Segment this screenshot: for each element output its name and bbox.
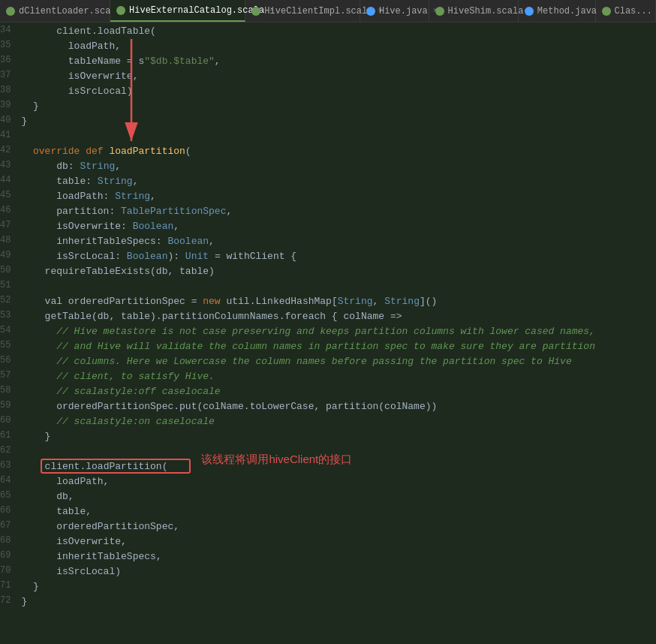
- tab-icon: [251, 7, 260, 16]
- token: .loadPartition(: [80, 459, 167, 474]
- token: // columns. Here we Lowercase the column…: [21, 354, 571, 369]
- tab-4[interactable]: HiveShim.scala×: [429, 0, 519, 22]
- line-number: 43: [0, 158, 15, 173]
- token: // client, to satisfy Hive.: [21, 369, 214, 384]
- code-line: partition: TablePartitionSpec,: [21, 204, 650, 219]
- token: inheritTableSpecs:: [21, 234, 167, 249]
- line-number: 34: [0, 23, 15, 38]
- line-number: 65: [0, 488, 15, 503]
- line-number: 36: [0, 53, 15, 68]
- token: Unit: [185, 249, 209, 264]
- token: String: [98, 174, 133, 189]
- code-line: // client, to satisfy Hive.: [21, 369, 650, 384]
- code-line: // Hive metastore is not case preserving…: [21, 324, 650, 339]
- token: inheritTableSpecs,: [21, 549, 161, 564]
- token: isSrcLocal): [21, 84, 132, 99]
- code-line: [21, 129, 650, 144]
- code-line: }: [21, 429, 650, 444]
- token: String: [338, 294, 373, 309]
- tab-3[interactable]: Hive.java×: [360, 0, 429, 22]
- code-line: isOverwrite,: [21, 69, 650, 84]
- code-line: isSrcLocal): [21, 564, 650, 579]
- token: = withClient {: [209, 249, 296, 264]
- token: isOverwrite:: [21, 219, 132, 234]
- line-number: 45: [0, 188, 15, 203]
- line-number: 59: [0, 398, 15, 413]
- code-line: orderedPartitionSpec,: [21, 519, 650, 534]
- code-line: db: String,: [21, 159, 650, 174]
- code-line: // scalastyle:off caselocale: [21, 384, 650, 399]
- token: }: [21, 579, 38, 594]
- line-number: 41: [0, 128, 15, 143]
- token: isOverwrite,: [21, 534, 126, 549]
- line-number: 51: [0, 278, 15, 293]
- tab-icon: [525, 7, 534, 16]
- code-line: }: [21, 594, 650, 609]
- code-line: loadPath: String,: [21, 189, 650, 204]
- line-number: 39: [0, 98, 15, 113]
- code-line: tableName = s"$db.$table",: [21, 54, 650, 69]
- code-line: isOverwrite,: [21, 534, 650, 549]
- line-number: 69: [0, 548, 15, 563]
- line-number: 48: [0, 233, 15, 248]
- line-number: 55: [0, 338, 15, 353]
- token: loadPartition: [109, 144, 185, 159]
- token: isSrcLocal): [21, 564, 121, 579]
- line-number: 47: [0, 218, 15, 233]
- token: ](): [420, 294, 437, 309]
- line-number: 61: [0, 428, 15, 443]
- tab-icon: [116, 6, 125, 15]
- token: client: [21, 24, 92, 39]
- line-number: 71: [0, 578, 15, 593]
- line-number: 44: [0, 173, 15, 188]
- tab-label: HiveExternalCatalog.scala: [129, 5, 264, 16]
- tab-0[interactable]: dClientLoader.scala×: [0, 0, 110, 22]
- token: tableName = s: [21, 54, 144, 69]
- line-numbers: 3435363738394041424344454647484950515253…: [0, 23, 15, 644]
- editor-area: 3435363738394041424344454647484950515253…: [0, 23, 656, 644]
- token: String: [80, 159, 115, 174]
- code-content[interactable]: client.loadTable( loadPath, tableName = …: [15, 23, 656, 644]
- token: ,: [150, 189, 156, 204]
- token: Boolean: [167, 234, 209, 249]
- token: val orderedPartitionSpec =: [21, 294, 203, 309]
- token: Boolean: [127, 249, 168, 264]
- line-number: 42: [0, 143, 15, 158]
- token: // and Hive will validate the column nam…: [21, 339, 595, 354]
- line-number: 62: [0, 443, 15, 458]
- tab-bar: dClientLoader.scala×HiveExternalCatalog.…: [0, 0, 656, 23]
- code-line: // and Hive will validate the column nam…: [21, 339, 650, 354]
- token: util.LinkedHashMap[: [226, 294, 337, 309]
- line-number: 67: [0, 518, 15, 533]
- tab-label: Hive.java: [379, 6, 428, 17]
- token: Boolean: [133, 219, 174, 234]
- line-number: 68: [0, 533, 15, 548]
- line-number: 35: [0, 38, 15, 53]
- token: new: [203, 294, 226, 309]
- token: requireTableExists(db, table): [21, 264, 214, 279]
- tab-2[interactable]: HiveClientImpl.scala×: [245, 0, 360, 22]
- tab-6[interactable]: Clas...×: [596, 0, 656, 22]
- token: (: [185, 144, 191, 159]
- code-line: inheritTableSpecs,: [21, 549, 650, 564]
- line-number: 63: [0, 458, 15, 473]
- token: loadPath,: [21, 474, 109, 489]
- tab-label: dClientLoader.scala: [19, 6, 122, 17]
- token: // scalastyle:on caselocale: [21, 414, 214, 429]
- token: TablePartitionSpec: [121, 204, 226, 219]
- code-line: val orderedPartitionSpec = new util.Link…: [21, 294, 650, 309]
- token: String: [384, 294, 420, 309]
- token: // scalastyle:off caselocale: [21, 384, 220, 399]
- token: .loadTable(: [92, 24, 156, 39]
- code-line: inheritTableSpecs: Boolean,: [21, 234, 650, 249]
- line-number: 38: [0, 83, 15, 98]
- code-line: [21, 279, 650, 294]
- token: table:: [21, 174, 97, 189]
- tab-5[interactable]: Method.java×: [519, 0, 596, 22]
- line-number: 57: [0, 368, 15, 383]
- code-line: requireTableExists(db, table): [21, 264, 650, 279]
- tab-1[interactable]: HiveExternalCatalog.scala×: [110, 0, 245, 22]
- line-number: 56: [0, 353, 15, 368]
- token: ,: [115, 159, 121, 174]
- token: ,: [133, 174, 139, 189]
